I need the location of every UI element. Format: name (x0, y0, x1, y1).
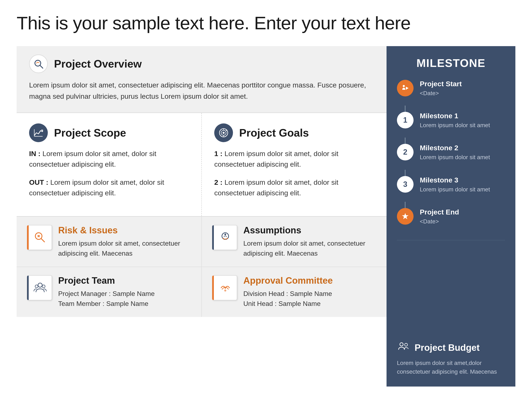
milestone-2: 2 Milestone 2 Lorem ipsum dolor sit amet (397, 144, 505, 161)
project-budget-body: Lorem ipsum dolor sit amet,dolor consect… (397, 359, 505, 376)
milestone-2-label: Milestone 2 (420, 144, 505, 152)
scope-in-label: IN : (29, 150, 40, 158)
milestone-start-text: Project Start <Date> (420, 80, 505, 97)
project-overview-icon (29, 54, 48, 73)
milestone-connector-1 (405, 106, 405, 112)
milestone-1-text: Milestone 1 Lorem ipsum dolor sit amet (420, 112, 505, 129)
svg-line-1 (40, 65, 43, 68)
project-scope-section: Project Scope IN : Lorem ipsum dolor sit… (17, 113, 202, 216)
goals-2-label: 2 : (214, 178, 222, 186)
project-overview-body: Lorem ipsum dolor sit amet, consectetuer… (29, 79, 374, 102)
svg-point-17 (38, 283, 42, 287)
milestone-end-body: <Date> (420, 217, 505, 226)
project-scope-header: Project Scope (29, 123, 189, 142)
assumptions-icon-box (212, 225, 237, 250)
milestone-1: 1 Milestone 1 Lorem ipsum dolor sit amet (397, 112, 505, 129)
project-budget-icon (397, 341, 411, 355)
milestone-title: MILESTONE (397, 57, 505, 70)
project-team-line1: Project Manager : Sample Name (58, 289, 191, 299)
goals-1-label: 1 : (214, 150, 222, 158)
assumptions-body: Lorem ipsum dolor sit amet, consectetuer… (243, 238, 376, 258)
svg-marker-22 (402, 213, 409, 219)
project-goals-header: Project Goals (214, 123, 374, 142)
page: This is your sample text here. Enter you… (0, 0, 532, 399)
scope-item-out: OUT : Lorem ipsum dolor sit amet, dolor … (29, 177, 189, 198)
milestone-connector-4 (405, 202, 405, 208)
goals-item-1: 1 : Lorem ipsum dolor sit amet, dolor si… (214, 148, 374, 170)
milestone-project-end: Project End <Date> (397, 208, 505, 226)
scope-in-text: Lorem ipsum dolor sit amet, dolor sit co… (29, 150, 156, 168)
milestone-connector-3 (405, 170, 405, 176)
main-title: This is your sample text here. Enter you… (17, 13, 515, 34)
risk-issues-title: Risk & Issues (58, 225, 191, 235)
milestone-end-label: Project End (420, 208, 505, 216)
milestone-1-circle: 1 (397, 112, 413, 128)
assumptions-cell: Assumptions Lorem ipsum dolor sit amet, … (201, 217, 386, 267)
project-budget-title: Project Budget (415, 342, 480, 353)
milestone-3-circle: 3 (397, 176, 413, 193)
milestone-start-circle (397, 80, 413, 96)
risk-issues-content: Risk & Issues Lorem ipsum dolor sit amet… (58, 225, 191, 258)
project-team-line2: Team Member : Sample Name (58, 299, 191, 309)
project-overview-header: Project Overview (29, 54, 374, 73)
svg-point-14 (223, 238, 224, 239)
milestone-start-label: Project Start (420, 80, 505, 88)
goals-1-text: Lorem ipsum dolor sit amet, dolor sit co… (214, 150, 338, 168)
scope-item-in: IN : Lorem ipsum dolor sit amet, dolor s… (29, 148, 189, 170)
goals-2-text: Lorem ipsum dolor sit amet, dolor sit co… (214, 178, 338, 197)
risk-assumptions-row: Risk & Issues Lorem ipsum dolor sit amet… (17, 217, 386, 267)
project-overview-section: Project Overview Lorem ipsum dolor sit a… (17, 46, 386, 112)
svg-point-6 (222, 132, 225, 134)
bottom-section: Risk & Issues Lorem ipsum dolor sit amet… (17, 217, 386, 317)
project-budget-section: Project Budget Lorem ipsum dolor sit ame… (397, 341, 505, 376)
risk-issues-body: Lorem ipsum dolor sit amet, consectetuer… (58, 238, 191, 258)
project-goals-icon (214, 123, 233, 142)
milestone-end-circle (397, 208, 413, 225)
milestone-connector-2 (405, 138, 405, 144)
approval-committee-content: Approval Committee Division Head : Sampl… (243, 275, 376, 309)
milestone-end-text: Project End <Date> (420, 208, 505, 226)
svg-line-10 (41, 239, 44, 242)
svg-point-19 (42, 285, 45, 288)
milestone-1-number: 1 (403, 116, 407, 125)
project-team-icon-box (27, 275, 52, 300)
approval-committee-line2: Unit Head : Sample Name (243, 299, 376, 309)
approval-committee-cell: Approval Committee Division Head : Sampl… (201, 267, 386, 317)
svg-point-16 (227, 238, 228, 239)
svg-point-24 (405, 343, 407, 346)
assumptions-content: Assumptions Lorem ipsum dolor sit amet, … (243, 225, 376, 258)
scope-out-text: Lorem ipsum dolor sit amet, dolor sit co… (29, 178, 164, 197)
project-scope-title: Project Scope (54, 127, 126, 139)
svg-point-18 (35, 285, 38, 288)
project-goals-title: Project Goals (239, 127, 309, 139)
project-team-cell: Project Team Project Manager : Sample Na… (17, 267, 201, 317)
left-panel: Project Overview Lorem ipsum dolor sit a… (17, 46, 386, 386)
milestone-1-body: Lorem ipsum dolor sit amet (420, 121, 505, 129)
milestone-divider (397, 240, 505, 240)
svg-point-23 (400, 343, 403, 346)
project-team-content: Project Team Project Manager : Sample Na… (58, 275, 191, 309)
svg-point-13 (224, 234, 226, 235)
milestone-2-text: Milestone 2 Lorem ipsum dolor sit amet (420, 144, 505, 161)
middle-section: Project Scope IN : Lorem ipsum dolor sit… (17, 112, 386, 217)
right-panel: MILESTONE Project Start <Date> (386, 46, 515, 386)
svg-point-20 (224, 290, 226, 291)
milestone-2-number: 2 (403, 148, 407, 157)
approval-committee-title: Approval Committee (243, 275, 376, 286)
team-approval-row: Project Team Project Manager : Sample Na… (17, 267, 386, 317)
project-scope-icon (29, 123, 48, 142)
scope-out-label: OUT : (29, 178, 48, 186)
milestone-start-body: <Date> (420, 89, 505, 97)
project-goals-section: Project Goals 1 : Lorem ipsum dolor sit … (202, 113, 386, 216)
svg-point-21 (403, 85, 405, 87)
milestone-3-text: Milestone 3 Lorem ipsum dolor sit amet (420, 176, 505, 193)
risk-issues-icon-box (27, 225, 52, 250)
milestone-3-label: Milestone 3 (420, 176, 505, 184)
content-area: Project Overview Lorem ipsum dolor sit a… (17, 46, 515, 386)
risk-issues-cell: Risk & Issues Lorem ipsum dolor sit amet… (17, 217, 201, 267)
goals-item-2: 2 : Lorem ipsum dolor sit amet, dolor si… (214, 177, 374, 198)
project-team-title: Project Team (58, 275, 191, 286)
svg-point-15 (225, 239, 226, 240)
approval-committee-line1: Division Head : Sample Name (243, 289, 376, 299)
milestone-3: 3 Milestone 3 Lorem ipsum dolor sit amet (397, 176, 505, 193)
